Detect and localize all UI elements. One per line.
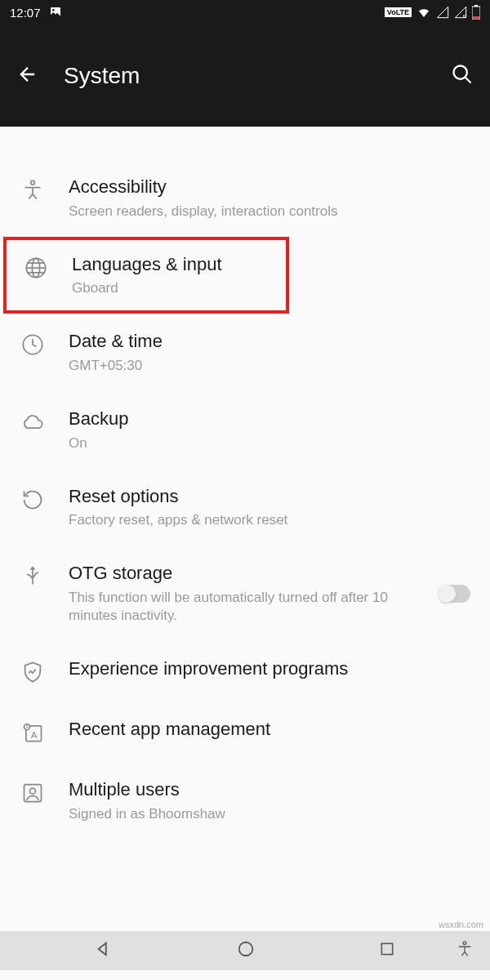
nav-back-icon[interactable] [95,940,113,961]
item-subtitle: GMT+05:30 [69,357,470,375]
app-header: System [0,24,490,127]
settings-list: Accessibility Screen readers, display, i… [0,127,490,840]
svg-point-1 [52,9,55,11]
item-title: Date & time [69,330,470,354]
list-item-accessibility[interactable]: Accessibility Screen readers, display, i… [0,159,490,237]
item-subtitle: On [69,434,470,452]
status-time: 12:07 [10,6,41,20]
back-icon[interactable] [16,63,39,89]
item-title: Experience improvement programs [69,657,470,681]
page-title: System [64,63,426,89]
user-icon [20,780,46,806]
navigation-bar [0,931,490,970]
signal-secondary-icon: R [454,6,467,19]
list-item-experience[interactable]: Experience improvement programs [0,641,490,702]
volte-icon: VoLTE [385,7,412,17]
svg-line-7 [466,77,471,82]
item-title: OTG storage [69,562,415,586]
item-title: Backup [69,408,470,431]
search-icon[interactable] [451,63,474,89]
item-title: Accessibility [69,176,470,199]
svg-rect-18 [381,943,392,954]
nav-accessibility-icon[interactable] [456,940,474,961]
cloud-icon [20,409,46,435]
list-item-otg[interactable]: OTG storage This function will be automa… [0,546,490,641]
accessibility-icon [20,177,46,203]
list-item-languages[interactable]: Languages & input Gboard [3,237,289,314]
item-title: Languages & input [72,253,270,277]
list-item-users[interactable]: Multiple users Signed in as Bhoomshaw [0,762,490,840]
item-subtitle: Gboard [72,279,270,297]
item-subtitle: Signed in as Bhoomshaw [69,805,470,823]
list-item-datetime[interactable]: Date & time GMT+05:30 [0,314,490,391]
list-item-backup[interactable]: Backup On [0,391,490,469]
usb-icon [20,564,46,590]
status-bar: 12:07 VoLTE R [0,0,490,24]
svg-point-17 [239,942,253,956]
svg-text:A: A [31,729,38,740]
clock-icon [20,332,46,358]
recent-apps-icon: A [20,719,46,746]
battery-icon [472,5,480,20]
wifi-icon [416,5,431,20]
svg-rect-5 [473,16,479,19]
shield-icon [20,659,46,685]
svg-point-19 [463,942,466,945]
item-title: Recent app management [69,718,470,742]
list-item-reset[interactable]: Reset options Factory reset, apps & netw… [0,469,490,546]
list-item-recent-apps[interactable]: A Recent app management [0,702,490,762]
nav-recent-icon[interactable] [379,941,395,960]
item-subtitle: Screen readers, display, interaction con… [69,203,470,220]
item-title: Reset options [69,485,470,509]
svg-point-16 [30,788,36,794]
globe-icon [23,255,49,281]
item-subtitle: Factory reset, apps & network reset [69,511,470,529]
svg-text:R: R [463,14,467,19]
item-subtitle: This function will be automatically turn… [69,589,415,625]
picture-icon [49,6,62,19]
svg-point-8 [31,180,35,185]
nav-home-icon[interactable] [237,940,255,961]
watermark: wsxdn.com [439,920,483,929]
otg-toggle[interactable] [438,585,470,603]
item-title: Multiple users [69,778,470,802]
signal-icon [436,6,449,19]
svg-point-6 [454,65,467,78]
reset-icon [20,487,46,513]
